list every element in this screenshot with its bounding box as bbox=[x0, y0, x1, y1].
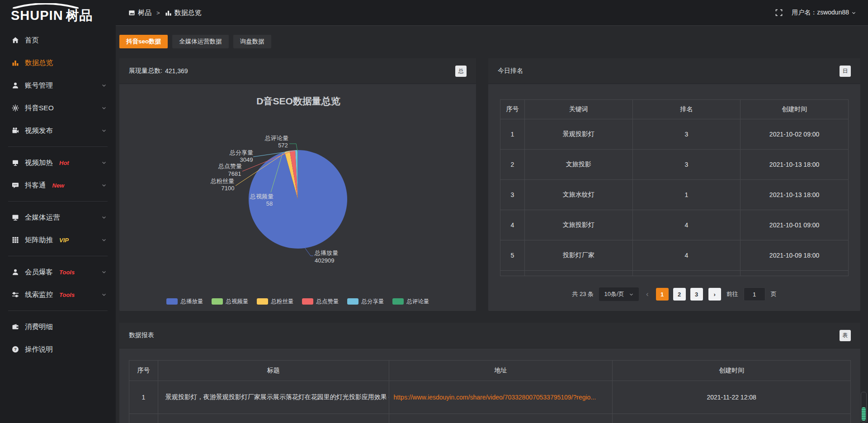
clipped-row bbox=[500, 271, 849, 276]
bar-chart-icon bbox=[165, 9, 172, 16]
legend-swatch bbox=[347, 298, 359, 305]
sidebar-divider bbox=[8, 256, 108, 256]
breadcrumb-separator: > bbox=[156, 9, 160, 16]
report-column-header: 地址 bbox=[389, 361, 613, 381]
chevron-down-icon bbox=[101, 237, 107, 243]
ranking-table-row: 1景观投影灯32021-10-02 09:00 bbox=[500, 119, 849, 150]
tab-0[interactable]: 抖音seo数据 bbox=[119, 35, 168, 48]
video-link[interactable]: https://www.iesdouyin.com/share/video/70… bbox=[394, 394, 596, 401]
sidebar-item-3[interactable]: 抖音SEO bbox=[0, 97, 116, 119]
legend-swatch bbox=[392, 298, 404, 305]
chevron-down-icon bbox=[101, 83, 107, 88]
sidebar-item-2[interactable]: 账号管理 bbox=[0, 74, 116, 97]
sidebar-item-label: 首页 bbox=[25, 36, 39, 45]
sidebar-item-label: 全媒体运营 bbox=[25, 213, 60, 222]
chevron-down-icon bbox=[101, 160, 107, 165]
goto-page-input[interactable] bbox=[744, 287, 765, 301]
sidebar-divider bbox=[8, 201, 108, 202]
page-button-2[interactable]: 2 bbox=[673, 288, 686, 301]
total-count-label: 共 23 条 bbox=[572, 290, 594, 298]
logo-text-cn: 树品 bbox=[66, 8, 93, 23]
user-menu[interactable]: 用户名：zswodun88 bbox=[792, 9, 856, 17]
prev-page-button[interactable]: ‹ bbox=[644, 290, 651, 299]
page-button-3[interactable]: 3 bbox=[690, 288, 703, 301]
breadcrumb: 树品 > 数据总览 bbox=[128, 9, 202, 17]
sidebar-item-4[interactable]: 视频发布 bbox=[0, 119, 116, 142]
legend-swatch bbox=[302, 298, 313, 305]
ranking-panel: 今日排名 日 序号关键词排名创建时间 1景观投影灯32021-10-02 09:… bbox=[488, 58, 860, 311]
chevron-down-icon bbox=[101, 183, 107, 188]
top-header: SHUPIN树品 树品 > 数据总览 用户名：zswodun88 bbox=[0, 0, 868, 25]
home-icon bbox=[12, 37, 19, 44]
report-column-header: 序号 bbox=[129, 361, 158, 381]
legend-swatch bbox=[257, 298, 268, 305]
sidebar-item-label: 视频发布 bbox=[25, 126, 53, 136]
page-size-select[interactable]: 10条/页 bbox=[599, 287, 639, 301]
ranking-table-row: 5投影灯厂家42021-10-09 18:00 bbox=[500, 240, 849, 271]
sidebar-item-8[interactable]: 矩阵助推VIP bbox=[0, 229, 116, 251]
user-icon bbox=[12, 268, 19, 276]
breadcrumb-item-current[interactable]: 数据总览 bbox=[165, 9, 202, 17]
day-view-button[interactable]: 日 bbox=[840, 66, 851, 77]
legend-item[interactable]: 总分享量 bbox=[347, 298, 384, 306]
ranking-panel-title: 今日排名 bbox=[498, 67, 523, 75]
chevron-down-icon bbox=[101, 292, 107, 297]
sidebar-item-12[interactable]: ?操作说明 bbox=[0, 338, 116, 361]
sidebar-item-badge: New bbox=[52, 182, 65, 189]
chevron-down-icon bbox=[101, 105, 107, 111]
image-icon bbox=[128, 9, 135, 16]
sidebar-item-badge: Tools bbox=[59, 269, 75, 276]
tab-2[interactable]: 询盘数据 bbox=[233, 35, 271, 48]
legend-item[interactable]: 总点赞量 bbox=[302, 298, 339, 306]
tab-1[interactable]: 全媒体运营数据 bbox=[172, 35, 229, 48]
sidebar-item-label: 矩阵助推 bbox=[25, 235, 53, 245]
legend-item[interactable]: 总粉丝量 bbox=[257, 298, 294, 306]
screen-icon bbox=[12, 159, 19, 166]
report-table: 序号标题地址创建时间 1景观投影灯，夜游景观投影灯厂家展示展示落花灯在花园里的灯… bbox=[129, 360, 851, 423]
sidebar-item-label: 抖音SEO bbox=[25, 103, 54, 113]
page-button-1[interactable]: 1 bbox=[656, 288, 669, 301]
ranking-table-row: 4文旅投影灯42021-10-01 09:00 bbox=[500, 210, 849, 240]
pie-label-name: 总粉丝量 bbox=[210, 178, 234, 184]
report-panel-header: 数据报表 表 bbox=[119, 323, 860, 348]
pagination: 共 23 条 10条/页 ‹ 123 › 前往 页 bbox=[500, 287, 849, 303]
legend-swatch bbox=[166, 298, 178, 305]
chart-title: D音SEO数据量总览 bbox=[256, 96, 340, 106]
username-label: 用户名：zswodun88 bbox=[792, 9, 849, 17]
sidebar-item-11[interactable]: 消费明细 bbox=[0, 315, 116, 338]
sidebar-item-6[interactable]: 抖客通New bbox=[0, 174, 116, 197]
sidebar-item-badge: Tools bbox=[59, 291, 75, 298]
legend-item[interactable]: 总播放量 bbox=[166, 298, 203, 306]
ranking-table-row: 2文旅投影32021-10-13 18:00 bbox=[500, 150, 849, 180]
impressions-total-value: 421,369 bbox=[165, 67, 188, 75]
sidebar-item-0[interactable]: 首页 bbox=[0, 29, 116, 52]
sidebar-item-label: 消费明细 bbox=[25, 322, 53, 332]
ranking-column-header: 创建时间 bbox=[741, 100, 849, 119]
sidebar-item-7[interactable]: 全媒体运营 bbox=[0, 206, 116, 229]
scrollbar-thumb[interactable] bbox=[862, 407, 866, 421]
chat-icon bbox=[12, 182, 19, 189]
overview-panel: 展现量总数: 421,369 总 D音SEO数据量总览总播放量402909总视频… bbox=[119, 58, 476, 311]
fullscreen-icon[interactable] bbox=[775, 9, 783, 16]
chevron-down-icon bbox=[101, 128, 107, 133]
header-right: 用户名：zswodun88 bbox=[775, 9, 868, 17]
breadcrumb-item-home[interactable]: 树品 bbox=[128, 9, 151, 17]
legend-item[interactable]: 总视频量 bbox=[212, 298, 249, 306]
pie-label-name: 总视频量 bbox=[250, 193, 274, 200]
table-view-button[interactable]: 表 bbox=[840, 330, 851, 341]
sidebar-item-1[interactable]: 数据总览 bbox=[0, 52, 116, 74]
next-page-button[interactable]: › bbox=[708, 288, 721, 301]
legend-item[interactable]: 总评论量 bbox=[392, 298, 429, 306]
ranking-table-row: 3文旅水纹灯12021-10-13 18:00 bbox=[500, 180, 849, 210]
chevron-down-icon bbox=[629, 292, 634, 297]
clipped-row bbox=[129, 414, 851, 423]
sidebar-item-label: 操作说明 bbox=[25, 345, 53, 354]
sidebar-item-9[interactable]: 会员爆客Tools bbox=[0, 261, 116, 283]
sidebar: 首页数据总览账号管理抖音SEO视频发布视频加热Hot抖客通New全媒体运营矩阵助… bbox=[0, 25, 116, 423]
sidebar-item-10[interactable]: 线索监控Tools bbox=[0, 283, 116, 306]
total-view-button[interactable]: 总 bbox=[455, 66, 467, 77]
sidebar-item-5[interactable]: 视频加热Hot bbox=[0, 151, 116, 174]
pie-label-value: 572 bbox=[278, 142, 288, 149]
scrollbar[interactable] bbox=[861, 392, 867, 423]
pie-label-value: 7681 bbox=[228, 170, 241, 177]
